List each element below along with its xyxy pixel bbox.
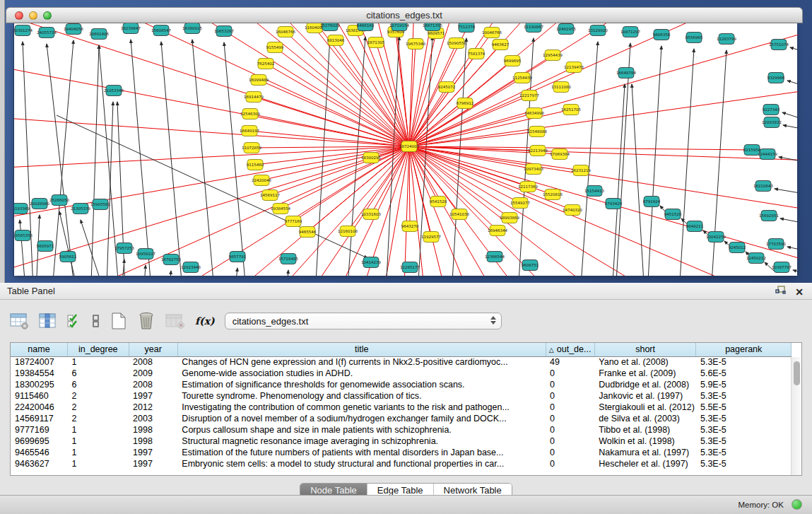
graph-node[interactable]: 10719154: [389, 23, 409, 31]
graph-node[interactable]: 6466160: [357, 23, 375, 31]
graph-node[interactable]: 9245072: [438, 82, 456, 93]
graph-node[interactable]: 8556965: [686, 33, 703, 43]
graph-node[interactable]: 11072859: [242, 143, 261, 153]
graph-edge[interactable]: [647, 46, 661, 276]
table-cell[interactable]: 5.3E-5: [696, 447, 792, 458]
table-cell[interactable]: 0: [546, 390, 594, 402]
graph-edge[interactable]: [579, 42, 598, 276]
graph-edge[interactable]: [168, 271, 171, 276]
graph-node[interactable]: 15520816: [543, 189, 563, 200]
graph-node[interactable]: 11283799: [717, 34, 736, 45]
table-row[interactable]: 2242004622012Investigating the contribut…: [11, 402, 792, 413]
table-cell[interactable]: 1: [67, 356, 129, 368]
table-cell[interactable]: Estimation of the future numbers of pati…: [177, 447, 546, 458]
graph-node[interactable]: 9643278: [401, 221, 419, 232]
table-vertical-scrollbar[interactable]: [791, 357, 801, 475]
graph-node[interactable]: 16380915: [182, 23, 202, 34]
table-cell[interactable]: 0: [546, 458, 594, 469]
graph-edge[interactable]: [51, 40, 73, 276]
table-cell[interactable]: 0: [546, 424, 594, 436]
table-row[interactable]: 1830029562008Estimation of significance …: [11, 379, 792, 390]
graph-node[interactable]: 16671355: [423, 23, 442, 31]
graph-node[interactable]: 11548088: [527, 127, 547, 137]
graph-node[interactable]: 17957253: [114, 243, 134, 254]
graph-node[interactable]: 9245012: [729, 243, 746, 253]
graph-edge[interactable]: [775, 189, 798, 195]
table-cell[interactable]: 1997: [129, 390, 177, 402]
graph-node[interactable]: 16231219: [571, 165, 591, 176]
graph-node[interactable]: 16648784: [616, 68, 636, 78]
graph-node[interactable]: 9608751: [522, 260, 539, 271]
graph-node[interactable]: 9777169: [285, 216, 302, 227]
table-cell[interactable]: 1998: [129, 436, 177, 447]
table-cell[interactable]: Yano et al. (2008): [594, 356, 696, 368]
graph-node[interactable]: 10331603: [361, 209, 381, 220]
table-row[interactable]: 946362711997Embryonic stem cells: a mode…: [11, 458, 792, 469]
graph-node[interactable]: 9605971: [37, 241, 54, 252]
graph-node[interactable]: 12450212: [746, 253, 766, 264]
graph-node[interactable]: 19675348: [406, 39, 425, 49]
table-cell[interactable]: 2009: [129, 368, 177, 379]
table-row[interactable]: 977716911998Corpus callosum shape and si…: [11, 424, 792, 436]
table-cell[interactable]: Changes of HCN gene expression and I(f) …: [177, 356, 546, 368]
graph-node[interactable]: 17703590: [766, 239, 786, 250]
table-cell[interactable]: 9777169: [11, 424, 67, 436]
graph-node[interactable]: 12444159: [758, 149, 777, 160]
graph-node[interactable]: 18724007: [399, 141, 419, 152]
graph-edge[interactable]: [69, 23, 409, 146]
table-cell[interactable]: 2012: [129, 402, 177, 413]
table-cell[interactable]: 9699695: [11, 436, 67, 447]
graph-node[interactable]: 13129920: [588, 25, 608, 36]
citation-graph[interactable]: 1604676691554997625402160994891691447912…: [14, 23, 798, 276]
graph-node[interactable]: 15276029: [320, 23, 340, 31]
graph-node[interactable]: 19565356: [14, 230, 33, 241]
table-cell[interactable]: Tourette syndrome. Phenomenology and cla…: [177, 390, 546, 402]
table-cell[interactable]: 0: [546, 368, 594, 379]
table-cell[interactable]: Dudbridge et al. (2008): [594, 379, 696, 390]
table-cell[interactable]: 1997: [129, 458, 177, 469]
graph-edge[interactable]: [81, 220, 109, 276]
graph-node[interactable]: 18193369: [14, 204, 30, 214]
function-builder-button[interactable]: f(x): [195, 310, 215, 332]
column-header-out_de[interactable]: △out_de...: [546, 343, 594, 356]
table-cell[interactable]: 5.9E-5: [696, 379, 792, 390]
graph-edge[interactable]: [14, 38, 409, 146]
graph-edge[interactable]: [409, 23, 798, 146]
graph-node[interactable]: 20691406: [89, 29, 109, 40]
delete-table-button[interactable]: [165, 310, 185, 332]
table-cell[interactable]: 0: [546, 436, 594, 447]
graph-node[interactable]: 9465546: [299, 227, 317, 238]
graph-node[interactable]: 16046766: [276, 27, 295, 37]
table-cell[interactable]: Wolkin et al. (1998): [594, 436, 696, 447]
graph-node[interactable]: 12481955: [556, 24, 576, 35]
table-cell[interactable]: 0: [546, 447, 594, 458]
table-selector-dropdown[interactable]: citations_edges.txt: [225, 313, 502, 329]
table-cell[interactable]: 9465546: [11, 447, 67, 458]
graph-edge[interactable]: [233, 268, 237, 276]
graph-edge[interactable]: [224, 42, 247, 276]
graph-edge[interactable]: [783, 125, 798, 131]
graph-node[interactable]: 15154413: [584, 186, 604, 197]
graph-node[interactable]: 15692951: [759, 211, 779, 221]
graph-edge[interactable]: [782, 112, 798, 122]
graph-edge[interactable]: [780, 218, 798, 225]
table-cell[interactable]: Hescheler et al. (1997): [594, 458, 696, 469]
table-cell[interactable]: Corpus callosum shape and size in male p…: [177, 424, 546, 436]
table-cell[interactable]: 2003: [129, 413, 177, 424]
graph-node[interactable]: 10958107: [136, 249, 155, 259]
graph-edge[interactable]: [59, 211, 81, 276]
table-cell[interactable]: 2: [67, 413, 129, 424]
graph-node[interactable]: 21053346: [104, 86, 124, 96]
table-cell[interactable]: 1998: [129, 424, 177, 436]
graph-edge[interactable]: [678, 49, 694, 276]
network-window-titlebar[interactable]: citations_edges.txt: [6, 7, 803, 23]
graph-node[interactable]: 16251705: [561, 105, 581, 115]
graph-edge[interactable]: [409, 146, 410, 226]
table-cell[interactable]: 6: [67, 379, 129, 390]
graph-node[interactable]: 17069384: [550, 149, 570, 160]
graph-node[interactable]: 9857791: [229, 252, 247, 262]
graph-node[interactable]: 12160108: [338, 226, 358, 237]
graph-node[interactable]: 7625402: [257, 59, 275, 69]
table-cell[interactable]: 5.3E-5: [696, 436, 792, 447]
table-cell[interactable]: 2008: [129, 356, 177, 368]
